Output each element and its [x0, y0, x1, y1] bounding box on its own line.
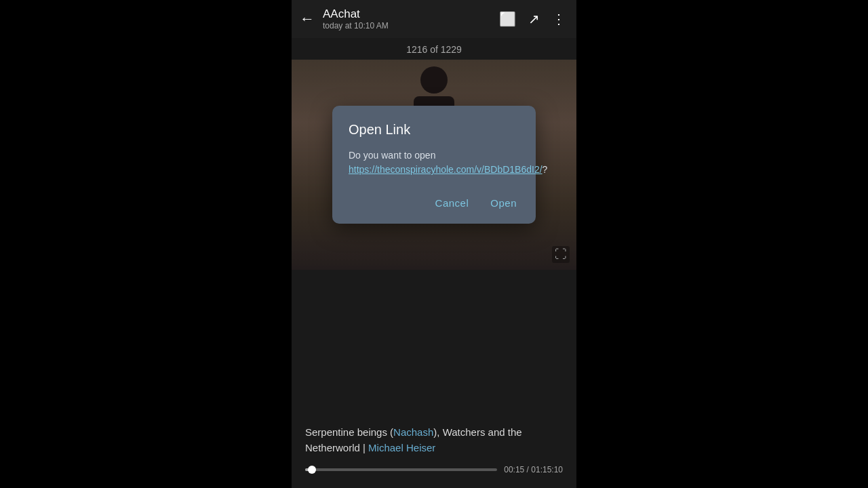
dialog-overlay: Open Link Do you want to open https://th… — [292, 60, 576, 270]
video-title: Serpentine beings (Nachash), Watchers an… — [305, 425, 563, 455]
phone-screen: ← AAchat today at 10:10 AM ⬜ ↗ ⋮ 1216 of… — [292, 0, 576, 488]
open-button[interactable]: Open — [488, 193, 519, 213]
left-black-panel — [0, 0, 292, 488]
app-subtitle-label: today at 10:10 AM — [323, 21, 389, 30]
time-display: 00:15 / 01:15:10 — [504, 465, 563, 474]
dialog-body-suffix: ? — [542, 164, 548, 175]
screen-icon[interactable]: ⬜ — [499, 11, 516, 27]
dialog-body: Do you want to open https://theconspirac… — [349, 148, 519, 177]
title-prefix: Serpentine beings ( — [305, 426, 393, 438]
progress-thumb[interactable] — [308, 466, 316, 474]
author-link[interactable]: Michael Heiser — [368, 442, 435, 453]
counter-text: 1216 of 1229 — [406, 44, 462, 55]
back-button[interactable]: ← — [297, 7, 317, 30]
video-container: ⛶ Open Link Do you want to open https://… — [292, 60, 576, 270]
progress-bar[interactable] — [305, 468, 497, 471]
cancel-button[interactable]: Cancel — [433, 193, 472, 213]
message-counter: 1216 of 1229 — [292, 38, 576, 60]
more-options-icon[interactable]: ⋮ — [552, 11, 566, 27]
app-name-label: AAchat — [323, 7, 389, 21]
open-link-dialog: Open Link Do you want to open https://th… — [332, 106, 536, 224]
header-left: ← AAchat today at 10:10 AM — [297, 7, 389, 30]
nachash-link[interactable]: Nachash — [393, 426, 433, 438]
header-actions: ⬜ ↗ ⋮ — [499, 11, 566, 27]
content-area: Serpentine beings (Nachash), Watchers an… — [292, 270, 576, 488]
right-black-panel — [576, 0, 868, 488]
share-icon[interactable]: ↗ — [528, 11, 540, 27]
dialog-actions: Cancel Open — [349, 193, 519, 213]
header-title: AAchat today at 10:10 AM — [323, 7, 389, 30]
progress-container: 00:15 / 01:15:10 — [305, 465, 563, 474]
dialog-link[interactable]: https://theconspiracyhole.com/v/BDbD1B6d… — [349, 164, 542, 175]
dialog-body-prefix: Do you want to open — [349, 150, 435, 161]
app-header: ← AAchat today at 10:10 AM ⬜ ↗ ⋮ — [292, 0, 576, 38]
dialog-title: Open Link — [349, 122, 519, 138]
